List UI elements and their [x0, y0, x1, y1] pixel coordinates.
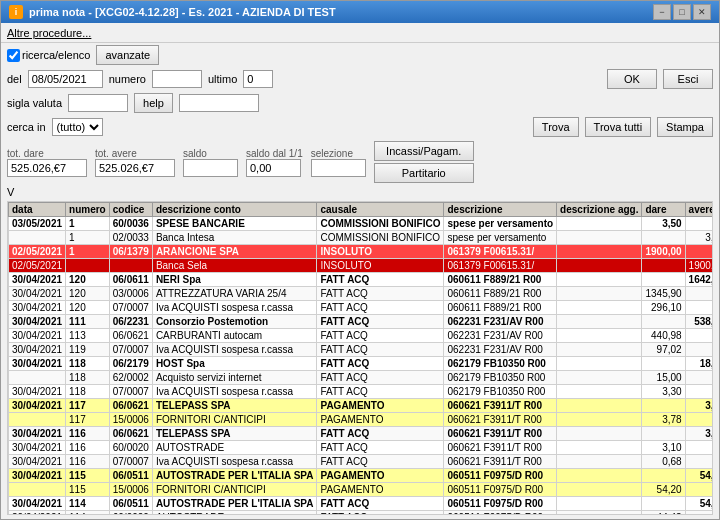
main-table: data numero codice descrizione conto cau… — [8, 202, 713, 515]
help-input[interactable] — [179, 94, 259, 112]
trova-button[interactable]: Trova — [533, 117, 579, 137]
esci-button[interactable]: Esci — [663, 69, 713, 89]
sigla-valuta-input[interactable] — [68, 94, 128, 112]
table-container[interactable]: data numero codice descrizione conto cau… — [7, 201, 713, 515]
table-row[interactable]: 30/04/202111706/0621TELEPASS SPAPAGAMENT… — [9, 399, 714, 413]
table-row[interactable]: 11715/0006FORNITORI C/ANTICIPIPAGAMENTO0… — [9, 413, 714, 427]
table-row[interactable]: 30/04/202111106/2231Consorzio Postemotio… — [9, 315, 714, 329]
table-cell: TELEPASS SPA — [152, 427, 317, 441]
table-row[interactable]: 11862/0002Acquisto servizi internetFATT … — [9, 371, 714, 385]
table-cell: Consorzio Postemotion — [152, 315, 317, 329]
col-numero: numero — [66, 203, 110, 217]
search-row: cerca in (tutto) Trova Trova tutti Stamp… — [1, 115, 719, 139]
table-cell: 1900,00 — [685, 259, 713, 273]
table-cell: 06/0511 — [109, 469, 152, 483]
table-row[interactable]: 30/04/202111606/0621TELEPASS SPAFATT ACQ… — [9, 427, 714, 441]
table-cell: PAGAMENTO — [317, 469, 444, 483]
table-cell: 06/0621 — [109, 399, 152, 413]
table-row[interactable]: 30/04/202112007/0007Iva ACQUISTI sospesa… — [9, 301, 714, 315]
table-cell — [66, 259, 110, 273]
table-cell: CARBURANTI autocam — [152, 329, 317, 343]
table-row[interactable]: 30/04/202111460/0020AUTOSTRADEFATT ACQ06… — [9, 511, 714, 516]
saldo-field: saldo — [183, 148, 238, 177]
table-cell: ATTREZZATURA VARIA 25/4 — [152, 287, 317, 301]
ricerca-elenco-checkbox[interactable] — [7, 49, 20, 62]
data-input[interactable] — [28, 70, 103, 88]
app-icon: i — [9, 5, 23, 19]
trova-tutti-button[interactable]: Trova tutti — [585, 117, 652, 137]
table-cell — [685, 483, 713, 497]
table-body: 03/05/2021160/0036SPESE BANCARIECOMMISSI… — [9, 217, 714, 516]
table-row[interactable]: 30/04/202111806/2179HOST SpaFATT ACQ0621… — [9, 357, 714, 371]
table-cell — [642, 357, 685, 371]
ultimo-input[interactable] — [243, 70, 273, 88]
table-cell: 060621 F3911/T R00 — [444, 399, 557, 413]
table-cell: 111 — [66, 315, 110, 329]
table-cell: 06/0511 — [109, 497, 152, 511]
table-row[interactable]: 02/05/2021106/1379ARANCIONE SPAINSOLUTO0… — [9, 245, 714, 259]
help-button[interactable]: help — [134, 93, 173, 113]
table-cell: 30/04/2021 — [9, 427, 66, 441]
cerca-in-select[interactable]: (tutto) — [52, 118, 103, 136]
table-row[interactable]: 30/04/202111660/0020AUTOSTRADEFATT ACQ06… — [9, 441, 714, 455]
table-row[interactable]: 102/0033Banca IntesaCOMMISSIONI BONIFICO… — [9, 231, 714, 245]
table-row[interactable]: 30/04/202111406/0511AUTOSTRADE PER L'ITA… — [9, 497, 714, 511]
close-button[interactable]: ✕ — [693, 4, 711, 20]
table-cell: 1 — [66, 217, 110, 231]
table-cell: 30/04/2021 — [9, 301, 66, 315]
table-cell: TELEPASS SPA — [152, 399, 317, 413]
table-cell: FATT ACQ — [317, 315, 444, 329]
table-row[interactable]: 30/04/202111506/0511AUTOSTRADE PER L'ITA… — [9, 469, 714, 483]
tot-dare-value — [7, 159, 87, 177]
incassi-pagam-button[interactable]: Incassi/Pagam. — [374, 141, 474, 161]
table-cell: 3,78 — [685, 399, 713, 413]
table-cell: 120 — [66, 287, 110, 301]
table-cell: 061379 F00615.31/ — [444, 259, 557, 273]
table-cell: 116 — [66, 441, 110, 455]
minimize-button[interactable]: − — [653, 4, 671, 20]
table-cell: AUTOSTRADE PER L'ITALIA SPA — [152, 469, 317, 483]
table-cell: FORNITORI C/ANTICIPI — [152, 483, 317, 497]
table-cell — [642, 259, 685, 273]
table-cell — [9, 371, 66, 385]
table-row[interactable]: 02/05/2021Banca SelaINSOLUTO061379 F0061… — [9, 259, 714, 273]
table-cell: 1900,00 — [642, 245, 685, 259]
table-row[interactable]: 30/04/202111907/0007Iva ACQUISTI sospesa… — [9, 343, 714, 357]
sigla-valuta-label: sigla valuta — [7, 97, 62, 109]
table-header: data numero codice descrizione conto cau… — [9, 203, 714, 217]
table-cell: 60/0036 — [109, 217, 152, 231]
numero-input[interactable] — [152, 70, 202, 88]
table-cell: 3,10 — [642, 441, 685, 455]
partitario-button[interactable]: Partitario — [374, 163, 474, 183]
table-cell — [557, 357, 642, 371]
table-cell: 1 — [66, 245, 110, 259]
table-cell — [557, 427, 642, 441]
tot-dare-label: tot. dare — [7, 148, 87, 159]
table-cell: 06/2231 — [109, 315, 152, 329]
table-row[interactable]: 30/04/202112003/0006ATTREZZATURA VARIA 2… — [9, 287, 714, 301]
table-row[interactable]: 30/04/202112006/0611NERI SpaFATT ACQ0606… — [9, 273, 714, 287]
table-row[interactable]: 30/04/202111807/0007Iva ACQUISTI sospesa… — [9, 385, 714, 399]
table-row[interactable]: 03/05/2021160/0036SPESE BANCARIECOMMISSI… — [9, 217, 714, 231]
table-cell: 30/04/2021 — [9, 329, 66, 343]
table-cell — [109, 259, 152, 273]
table-row[interactable]: 30/04/202111306/0621CARBURANTI autocamFA… — [9, 329, 714, 343]
date-row: del numero ultimo OK Esci — [1, 67, 719, 91]
altre-procedure-menu[interactable]: Altre procedure... — [7, 27, 91, 39]
stampa-button[interactable]: Stampa — [657, 117, 713, 137]
table-cell: Banca Sela — [152, 259, 317, 273]
table-cell — [557, 413, 642, 427]
table-row[interactable]: 11515/0006FORNITORI C/ANTICIPIPAGAMENTO0… — [9, 483, 714, 497]
ok-button[interactable]: OK — [607, 69, 657, 89]
table-cell: 060511 F0975/D R00 — [444, 511, 557, 516]
table-cell — [685, 301, 713, 315]
table-cell: 120 — [66, 273, 110, 287]
table-cell: 02/05/2021 — [9, 259, 66, 273]
avanzate-button[interactable]: avanzate — [96, 45, 159, 65]
maximize-button[interactable]: □ — [673, 4, 691, 20]
table-cell — [9, 483, 66, 497]
col-codice: codice — [109, 203, 152, 217]
table-row[interactable]: 30/04/202111607/0007Iva ACQUISTI sospesa… — [9, 455, 714, 469]
title-buttons: − □ ✕ — [653, 4, 711, 20]
table-cell: 30/04/2021 — [9, 273, 66, 287]
